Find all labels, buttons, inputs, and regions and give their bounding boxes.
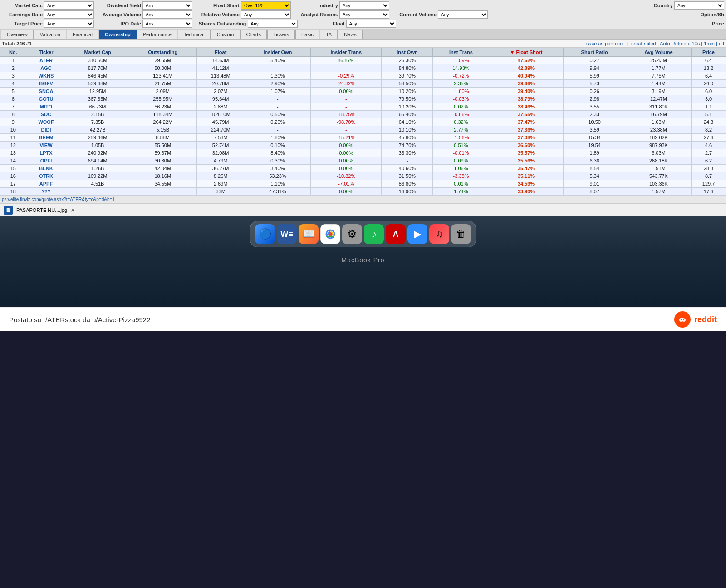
auto-refresh-off[interactable]: off xyxy=(719,41,724,46)
ipo-date-select[interactable]: Any xyxy=(142,20,192,28)
ipo-date-label: IPO Date xyxy=(100,21,141,26)
earnings-date-select[interactable]: Any xyxy=(44,10,94,19)
reddit-label: reddit xyxy=(694,315,717,324)
col-inst-own[interactable]: Inst Own xyxy=(382,48,433,57)
cell-ticker[interactable]: BLNK xyxy=(26,165,66,172)
col-price[interactable]: Price xyxy=(692,48,726,57)
cell-ticker[interactable]: WKHS xyxy=(26,72,66,80)
current-volume-select[interactable]: Any xyxy=(438,10,488,19)
cell-ticker[interactable]: OPFI xyxy=(26,157,66,165)
dock-spotify[interactable]: ♪ xyxy=(364,224,384,244)
cell-short-ratio: 3.59 xyxy=(563,126,626,134)
cell-ticker[interactable]: LPTX xyxy=(26,149,66,157)
float-select[interactable]: Any xyxy=(346,20,396,28)
filter-row-2: Earnings Date Any Average Volume Any Rel… xyxy=(2,10,724,19)
cell-price: 6.2 xyxy=(692,157,726,165)
download-chevron[interactable]: ∧ xyxy=(71,207,75,213)
tab-technical[interactable]: Technical xyxy=(178,30,211,39)
dock-settings[interactable]: ⚙ xyxy=(342,224,362,244)
auto-refresh-1min[interactable]: 1min xyxy=(704,41,715,46)
col-insider-trans[interactable]: Insider Trans xyxy=(311,48,382,57)
tab-valuation[interactable]: Valuation xyxy=(34,30,66,39)
cell-float-short: 38.79% xyxy=(489,95,563,103)
cell-inst-own: 10.20% xyxy=(382,88,433,95)
tab-news[interactable]: News xyxy=(338,30,363,39)
shares-outstanding-select[interactable]: Any xyxy=(248,20,298,28)
tab-basic[interactable]: Basic xyxy=(295,30,319,39)
dock-music[interactable]: ♫ xyxy=(429,224,449,244)
dock-acrobat[interactable]: A xyxy=(386,224,406,244)
relative-volume-select[interactable]: Any xyxy=(241,10,291,19)
cell-ticker[interactable]: VIEW xyxy=(26,142,66,149)
dock-finder[interactable]: 🔵 xyxy=(255,224,275,244)
col-float[interactable]: Float xyxy=(196,48,245,57)
dock-books[interactable]: 📖 xyxy=(299,224,319,244)
cell-price: 13.2 xyxy=(692,64,726,72)
cell-short-ratio: 2.98 xyxy=(563,95,626,103)
cell-ticker[interactable]: ??? xyxy=(26,188,66,196)
cell-ticker[interactable]: APPF xyxy=(26,180,66,188)
cell-ticker[interactable]: SDC xyxy=(26,111,66,118)
cell-ticker[interactable]: GOTU xyxy=(26,95,66,103)
country-select[interactable]: Any xyxy=(674,1,724,10)
cell-ticker[interactable]: WOOF xyxy=(26,118,66,126)
cell-avg-volume: 1.44M xyxy=(626,80,691,88)
cell-ticker[interactable]: DIDI xyxy=(26,126,66,134)
tab-performance[interactable]: Performance xyxy=(137,30,177,39)
industry-select[interactable]: Any xyxy=(339,1,389,10)
cell-ticker[interactable]: ATER xyxy=(26,57,66,64)
col-short-ratio[interactable]: Short Ratio xyxy=(563,48,626,57)
cell-outstanding: 255.95M xyxy=(129,95,196,103)
cell-ticker[interactable]: MITO xyxy=(26,103,66,111)
cell-price: 6.0 xyxy=(692,88,726,95)
current-volume-label: Current Volume xyxy=(396,12,437,17)
cell-short-ratio: 0.27 xyxy=(563,57,626,64)
col-float-short[interactable]: ▼ Float Short xyxy=(489,48,563,57)
cell-ticker[interactable]: BGFV xyxy=(26,80,66,88)
avg-volume-select[interactable]: Any xyxy=(142,10,192,19)
cell-ticker[interactable]: BEEM xyxy=(26,134,66,142)
auto-refresh-10s[interactable]: 10s xyxy=(692,41,700,46)
tab-charts[interactable]: Charts xyxy=(240,30,267,39)
col-ticker[interactable]: Ticker xyxy=(26,48,66,57)
col-insider-own[interactable]: Insider Own xyxy=(245,48,311,57)
cell-no: 18 xyxy=(0,188,26,196)
create-alert-link[interactable]: create alert xyxy=(631,41,656,46)
tab-ownership[interactable]: Ownership xyxy=(99,30,137,39)
save-portfolio-link[interactable]: save as portfolio xyxy=(586,41,623,46)
cell-short-ratio: 0.26 xyxy=(563,88,626,95)
filter-target-price: Target Price Any xyxy=(2,20,94,28)
cell-ticker[interactable]: OTRK xyxy=(26,172,66,180)
col-outstanding[interactable]: Outstanding xyxy=(129,48,196,57)
market-cap-select[interactable]: Any xyxy=(44,1,94,10)
tab-overview[interactable]: Overview xyxy=(1,30,34,39)
dock-zoom[interactable]: ▶ xyxy=(407,224,427,244)
filter-analyst-recom: Analyst Recom. Any xyxy=(297,10,389,19)
cell-short-ratio: 3.55 xyxy=(563,103,626,111)
cell-float: 4.79M xyxy=(196,157,245,165)
svg-point-9 xyxy=(684,317,686,318)
tab-ta[interactable]: TA xyxy=(320,30,338,39)
dock-chrome[interactable] xyxy=(320,224,340,244)
tab-custom[interactable]: Custom xyxy=(211,30,240,39)
cell-no: 4 xyxy=(0,80,26,88)
tab-financial[interactable]: Financial xyxy=(67,30,98,39)
screener-table: No. Ticker Market Cap Outstanding Float … xyxy=(0,48,726,196)
analyst-recom-select[interactable]: Any xyxy=(339,10,389,19)
cell-insider-trans: 86.87% xyxy=(311,57,382,64)
cell-insider-own: 1.30% xyxy=(245,72,311,80)
dock-trash[interactable]: 🗑 xyxy=(451,224,471,244)
cell-insider-own: 1.07% xyxy=(245,88,311,95)
cell-short-ratio: 5.99 xyxy=(563,72,626,80)
col-market-cap[interactable]: Market Cap xyxy=(66,48,129,57)
dividend-yield-select[interactable]: Any xyxy=(142,1,192,10)
col-avg-volume[interactable]: Avg Volume xyxy=(626,48,691,57)
cell-ticker[interactable]: AGC xyxy=(26,64,66,72)
float-short-select[interactable]: Over 15% Any xyxy=(241,1,291,10)
target-price-select[interactable]: Any xyxy=(44,20,94,28)
dock-word[interactable]: W≡ xyxy=(277,224,297,244)
col-inst-trans[interactable]: Inst Trans xyxy=(433,48,489,57)
cell-ticker[interactable]: SNOA xyxy=(26,88,66,95)
col-no[interactable]: No. xyxy=(0,48,26,57)
tab-tickers[interactable]: Tickers xyxy=(267,30,295,39)
